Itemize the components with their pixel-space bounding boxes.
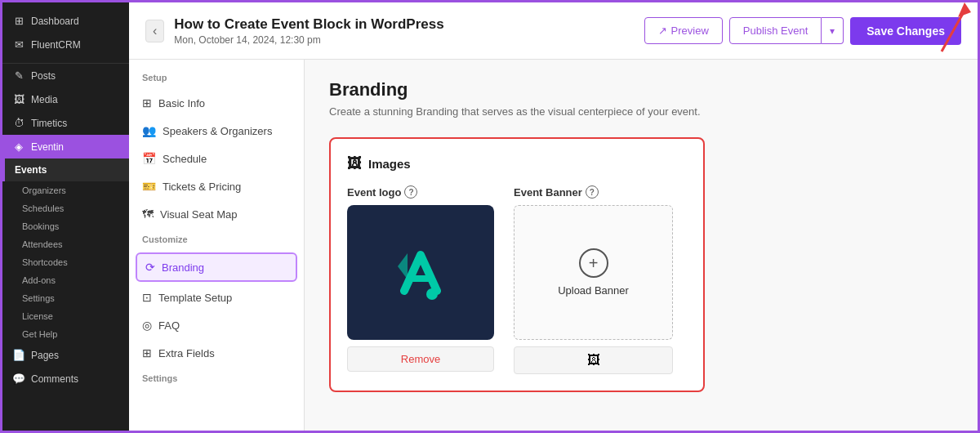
gallery-button[interactable]: 🖼 [514, 346, 673, 374]
preview-button[interactable]: ↗ Preview [644, 17, 723, 44]
nav-branding[interactable]: ⟳ Branding [136, 252, 297, 282]
images-card: 🖼 Images Event logo ? [329, 137, 705, 392]
setup-panel: Setup ⊞ Basic Info 👥 Speakers & Organize… [129, 60, 305, 431]
remove-logo-button[interactable]: Remove [347, 346, 494, 372]
sidebar-item-dashboard[interactable]: ⊞ Dashboard [2, 9, 129, 33]
schedule-icon: 📅 [142, 152, 156, 165]
pages-icon: 📄 [12, 349, 25, 361]
sidebar-sub-addons[interactable]: Add-ons [2, 271, 129, 289]
event-logo-col: Event logo ? [347, 185, 494, 374]
event-banner-label: Event Banner ? [514, 185, 673, 199]
topbar-info: How to Create Event Block in WordPress M… [174, 16, 634, 46]
sidebar-sub-bookings[interactable]: Bookings [2, 217, 129, 235]
sidebar-sub-shortcodes[interactable]: Shortcodes [2, 253, 129, 271]
sidebar-item-pages[interactable]: 📄 Pages [2, 343, 129, 367]
speakers-icon: 👥 [142, 124, 156, 137]
page-title: How to Create Event Block in WordPress [174, 16, 634, 33]
branding-icon: ⟳ [145, 261, 155, 274]
sidebar-events-sub: Organizers Schedules Bookings Attendees … [2, 181, 129, 343]
faq-icon: ◎ [142, 319, 152, 332]
images-icon: 🖼 [347, 155, 362, 172]
nav-faq[interactable]: ◎ FAQ [129, 311, 304, 339]
branding-main: Branding Create a stunning Branding that… [305, 60, 978, 431]
tickets-icon: 🎫 [142, 180, 156, 193]
upload-banner-label: Upload Banner [558, 284, 629, 297]
fluentcrm-icon: ✉ [12, 38, 25, 51]
sidebar-events-header: Events [2, 158, 129, 181]
svg-marker-3 [398, 253, 408, 279]
logo-help-icon[interactable]: ? [404, 185, 417, 199]
setup-section-title: Setup [129, 73, 304, 89]
back-button[interactable]: ‹ [145, 20, 164, 42]
nav-extra-fields[interactable]: ⊞ Extra Fields [129, 339, 304, 367]
logo-svg [380, 232, 461, 314]
svg-point-2 [426, 288, 438, 300]
template-icon: ⊡ [142, 291, 152, 304]
save-changes-button[interactable]: Save Changes [850, 17, 961, 45]
branding-description: Create a stunning Branding that serves a… [329, 105, 953, 118]
sidebar-sub-attendees[interactable]: Attendees [2, 235, 129, 253]
images-card-header: 🖼 Images [347, 155, 687, 172]
sidebar-item-media[interactable]: 🖼 Media [2, 87, 129, 111]
images-grid: Event logo ? [347, 185, 687, 374]
event-logo-box[interactable] [347, 205, 494, 340]
timetics-icon: ⏱ [12, 117, 25, 129]
eventin-icon: ◈ [12, 141, 25, 153]
sidebar-item-fluentcrm[interactable]: ✉ FluentCRM [2, 33, 129, 56]
nav-visual-seat-map[interactable]: 🗺 Visual Seat Map [129, 200, 304, 228]
topbar-actions: ↗ Preview Publish Event ▾ Save Changes [644, 17, 961, 45]
sidebar-sub-organizers[interactable]: Organizers [2, 181, 129, 199]
nav-template-setup[interactable]: ⊡ Template Setup [129, 283, 304, 311]
sidebar-item-posts[interactable]: ✎ Posts [2, 64, 129, 87]
sidebar: ⊞ Dashboard ✉ FluentCRM ✎ Posts 🖼 Media … [2, 2, 129, 431]
preview-icon: ↗ [658, 25, 667, 37]
posts-icon: ✎ [12, 69, 25, 82]
publish-button-group: Publish Event ▾ [729, 17, 844, 44]
sidebar-sub-schedules[interactable]: Schedules [2, 199, 129, 217]
topbar: ‹ How to Create Event Block in WordPress… [129, 2, 978, 60]
sidebar-sub-gethelp[interactable]: Get Help [2, 325, 129, 343]
main-content: ‹ How to Create Event Block in WordPress… [129, 2, 978, 431]
svg-marker-1 [958, 2, 971, 17]
branding-title: Branding [329, 79, 953, 100]
extra-fields-icon: ⊞ [142, 346, 152, 359]
publish-caret-button[interactable]: ▾ [822, 17, 844, 44]
nav-speakers[interactable]: 👥 Speakers & Organizers [129, 117, 304, 145]
customize-section-title: Customize [129, 234, 304, 251]
settings-section-title: Settings [129, 373, 304, 390]
upload-plus-icon: + [579, 248, 608, 278]
sidebar-sub-license[interactable]: License [2, 307, 129, 325]
gallery-icon: 🖼 [587, 353, 600, 368]
event-banner-col: Event Banner ? + Upload Banner 🖼 [514, 185, 673, 374]
content-area: Setup ⊞ Basic Info 👥 Speakers & Organize… [129, 60, 978, 431]
event-date: Mon, October 14, 2024, 12:30 pm [174, 34, 634, 46]
publish-event-button[interactable]: Publish Event [729, 17, 822, 44]
basic-info-icon: ⊞ [142, 96, 152, 109]
comments-icon: 💬 [12, 373, 25, 385]
sidebar-sub-settings[interactable]: Settings [2, 289, 129, 307]
sidebar-item-comments[interactable]: 💬 Comments [2, 367, 129, 391]
media-icon: 🖼 [12, 93, 25, 105]
nav-schedule[interactable]: 📅 Schedule [129, 145, 304, 172]
dashboard-icon: ⊞ [12, 15, 25, 27]
sidebar-item-eventin[interactable]: ◈ Eventin [2, 135, 129, 158]
nav-tickets[interactable]: 🎫 Tickets & Pricing [129, 172, 304, 200]
banner-help-icon[interactable]: ? [586, 185, 599, 199]
event-banner-box[interactable]: + Upload Banner [514, 205, 673, 340]
sidebar-item-timetics[interactable]: ⏱ Timetics [2, 111, 129, 135]
seat-map-icon: 🗺 [142, 208, 154, 221]
nav-basic-info[interactable]: ⊞ Basic Info [129, 89, 304, 117]
event-logo-label: Event logo ? [347, 185, 494, 199]
